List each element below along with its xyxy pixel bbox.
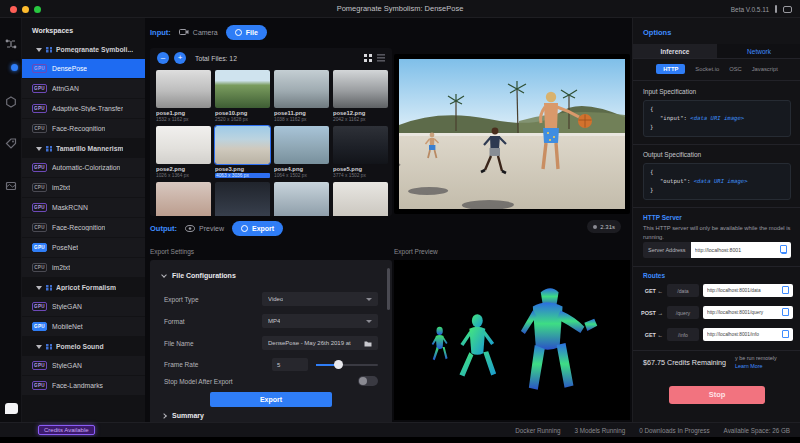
workspaces-icon[interactable] xyxy=(5,38,17,50)
stop-model-button[interactable]: Stop xyxy=(669,386,765,404)
format-select[interactable]: MP4 xyxy=(262,314,378,328)
file-thumbnail xyxy=(215,182,270,216)
sidebar-item-mobilenet[interactable]: GPUMobileNet xyxy=(22,317,145,336)
add-files-button[interactable]: + xyxy=(174,52,186,64)
chat-icon[interactable] xyxy=(783,6,792,13)
downloads-status: 0 Downloads In Progress xyxy=(639,427,709,434)
summary-header[interactable]: Summary xyxy=(162,412,204,419)
export-output-button[interactable]: Export xyxy=(232,221,283,236)
zoom-window-button[interactable] xyxy=(34,6,41,13)
file-thumbnail xyxy=(156,182,211,216)
docker-status: Docker Running xyxy=(515,427,560,434)
route-url-input[interactable]: http://localhost:8001/query xyxy=(703,306,793,319)
file-card-cropped[interactable] xyxy=(274,182,329,216)
credits-available-badge[interactable]: Credits Available xyxy=(38,425,95,435)
sidebar-item-im2txt-2[interactable]: CPUim2txt xyxy=(22,258,145,277)
slider-knob[interactable] xyxy=(334,360,343,369)
file-card-pose11[interactable]: pose11.png1038 x 1162 px xyxy=(274,70,329,122)
code-value: <data URI image> xyxy=(690,115,744,121)
sidebar-item-densepose[interactable]: GPUDensePose xyxy=(22,59,145,78)
copy-icon[interactable] xyxy=(783,309,789,316)
settings-scrollbar[interactable] xyxy=(387,268,390,310)
tab-network[interactable]: Network xyxy=(717,44,800,58)
frame-rate-slider[interactable] xyxy=(316,364,378,366)
sidebar-item-automatic-colorization[interactable]: GPUAutomatic-Colorization xyxy=(22,158,145,177)
protocol-javascript[interactable]: Javascript xyxy=(752,66,778,72)
preview-output-option[interactable]: Preview xyxy=(185,225,224,232)
server-address-input[interactable]: http://localhost:8001 xyxy=(691,242,791,258)
version-label: Beta V.0.5.11 xyxy=(731,6,769,13)
route-url-input[interactable]: http://localhost:8001/data xyxy=(703,284,793,297)
file-input-button[interactable]: File xyxy=(226,25,267,40)
models-running-status: 3 Models Running xyxy=(574,427,625,434)
model-browser-icon[interactable] xyxy=(5,96,17,108)
file-configurations-header[interactable]: File Configurations xyxy=(162,272,236,279)
file-card-pose12[interactable]: pose12.png2042 x 1162 px xyxy=(333,70,388,122)
sidebar-item-stylegan-2[interactable]: GPUStyleGAN xyxy=(22,356,145,375)
remove-files-button[interactable]: – xyxy=(157,52,169,64)
file-card-cropped[interactable] xyxy=(333,182,388,216)
sidebar-item-face-landmarks[interactable]: GPUFace-Landmarks xyxy=(22,376,145,395)
caret-down-icon xyxy=(366,320,372,323)
format-value: MP4 xyxy=(268,318,280,324)
sidebar-item-posenet[interactable]: GPUPoseNet xyxy=(22,238,145,257)
help-chat-bubble-icon[interactable] xyxy=(5,403,18,414)
assets-icon[interactable] xyxy=(5,180,17,192)
cpu-badge: CPU xyxy=(32,223,47,232)
file-thumbnail xyxy=(333,182,388,216)
export-type-select[interactable]: Video xyxy=(262,292,378,306)
protocol-http[interactable]: HTTP xyxy=(656,64,685,74)
sidebar-item-face-recognition[interactable]: CPUFace-Recognition xyxy=(22,119,145,138)
caret-down-icon xyxy=(36,147,42,151)
sidebar-item-face-recognition-2[interactable]: CPUFace-Recognition xyxy=(22,218,145,237)
workspace-group[interactable]: Pomegranate Symboli... xyxy=(22,40,145,59)
route-url: http://localhost:8001/query xyxy=(707,310,780,315)
file-card-cropped[interactable] xyxy=(156,182,211,216)
protocol-socketio[interactable]: Socket.io xyxy=(695,66,719,72)
file-card-cropped[interactable] xyxy=(215,182,270,216)
input-spec-title: Input Specification xyxy=(643,88,696,95)
camera-input-option[interactable]: Camera xyxy=(179,28,218,36)
frame-rate-input[interactable]: 5 xyxy=(272,358,308,371)
file-card-pose5[interactable]: pose5.png3774 x 1502 px xyxy=(333,126,388,178)
sidebar-item-im2txt[interactable]: CPUim2txt xyxy=(22,178,145,197)
sidebar-item-attngan[interactable]: GPUAttnGAN xyxy=(22,79,145,98)
file-card-pose2[interactable]: pose2.png1026 x 1364 px xyxy=(156,126,211,178)
copy-icon[interactable] xyxy=(783,287,789,294)
route-name: /info xyxy=(667,328,699,341)
file-name-field[interactable]: DensePose - May 26th 2019 at xyxy=(262,336,378,350)
model-label: StyleGAN xyxy=(52,362,82,369)
minimize-window-button[interactable] xyxy=(22,6,29,13)
file-name: pose12.png xyxy=(333,110,388,116)
file-card-pose1[interactable]: pose1.png1532 x 1162 px xyxy=(156,70,211,122)
info-icon[interactable] xyxy=(775,5,777,13)
workspace-group[interactable]: Apricot Formalism xyxy=(22,278,145,297)
input-preview-image xyxy=(394,54,630,214)
file-card-pose3-selected[interactable]: pose3.png4063 x 3036 px xyxy=(215,126,270,178)
learn-more-link[interactable]: Learn More xyxy=(735,363,797,369)
route-url-input[interactable]: http://localhost:8001/info xyxy=(703,328,793,341)
sidebar-item-stylegan[interactable]: GPUStyleGAN xyxy=(22,297,145,316)
export-button[interactable]: Export xyxy=(210,392,332,407)
workspace-group[interactable]: Pomelo Sound xyxy=(22,337,145,356)
file-card-pose10[interactable]: pose10.png2520 x 1628 px xyxy=(215,70,270,122)
list-view-icon[interactable] xyxy=(377,54,385,62)
close-window-button[interactable] xyxy=(10,6,17,13)
gpu-badge: GPU xyxy=(32,64,47,73)
export-type-label: Export Type xyxy=(164,296,199,303)
protocol-osc[interactable]: OSC xyxy=(729,66,742,72)
tag-icon[interactable] xyxy=(5,138,17,150)
export-settings-panel: File Configurations Export Type Video Fo… xyxy=(150,260,392,422)
sidebar-item-maskrcnn[interactable]: GPUMaskRCNN xyxy=(22,198,145,217)
stop-model-toggle[interactable] xyxy=(358,376,378,386)
http-server-description: This HTTP server will only be available … xyxy=(643,224,793,241)
sidebar-item-adaptive-style-transfer[interactable]: GPUAdaptive-Style-Transfer xyxy=(22,99,145,118)
copy-icon[interactable] xyxy=(781,247,787,254)
file-card-pose4[interactable]: pose4.png1064 x 1502 px xyxy=(274,126,329,178)
caret-down-icon xyxy=(36,48,42,52)
tab-inference[interactable]: Inference xyxy=(633,44,717,58)
copy-icon[interactable] xyxy=(783,331,789,338)
grid-view-icon[interactable] xyxy=(364,54,372,62)
file-name: pose2.png xyxy=(156,166,211,172)
workspace-group[interactable]: Tamarillo Mannerism xyxy=(22,139,145,158)
